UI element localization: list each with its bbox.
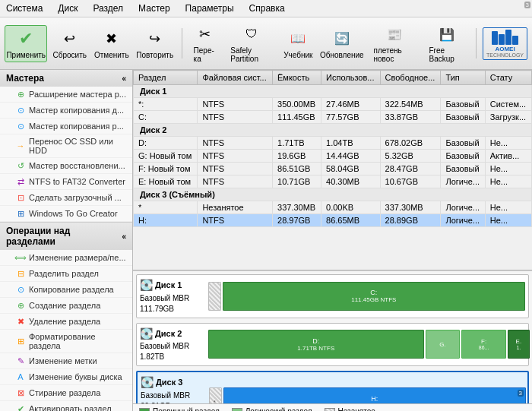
sidebar-item-wtg[interactable]: ⊞ Windows To Go Creator [0,206,132,222]
sidebar-item-converter[interactable]: ⇄ NTFS to FAT32 Converter [0,174,132,190]
sidebar-item-copy-part[interactable]: ⊙ Мастер копирования р... [0,119,132,134]
apply-label: Применить [6,51,46,59]
sidebar-item-create[interactable]: ⊕ Создание раздела [0,298,132,314]
legend-primary-label: Первичный раздел [153,407,220,411]
toolbar-sep-1 [182,28,182,58]
apply-button[interactable]: ✔ Применить [5,25,47,62]
disk3-bar: *. H: 28.97GB NTFS 3 [209,387,524,403]
news-button[interactable]: 📰 плетень новос [369,21,421,66]
copy-icon: ⊙ [15,284,26,295]
sidebar-item-letter[interactable]: A Изменение буквы диска [0,369,132,385]
table-row[interactable]: *Незанятое337.30MB0.00KB337.30MBЛогиче..… [134,201,532,214]
table-row[interactable]: G: Новый томNTFS19.6GB14.44GB5.32GBБазов… [134,150,532,163]
cancel-icon: ✖ [101,28,122,49]
operations-collapse-icon[interactable]: « [122,232,126,241]
sidebar-item-format[interactable]: ⊞ Форматирование раздела [0,330,132,353]
cancel-button[interactable]: ✖ Отменить [92,25,131,62]
table-row[interactable]: H:NTFS28.97GB86.65MB28.89GBЛогиче...Не..… [134,214,532,227]
disk3-seg-h[interactable]: H: 28.97GB NTFS 3 [223,387,526,403]
operations-header: Операции над разделами « [0,223,132,250]
masters-collapse-icon[interactable]: « [122,74,126,83]
disk2-info: 💽 Диск 2 Базовый MBR 1.82TB [140,327,208,363]
legend-unalloc-label: Незанятое [338,407,375,411]
disk1-row: 💽 Диск 1 Базовый MBR 111.79GB C: 111.45G… [136,274,529,318]
backup-button[interactable]: 💾 Free Backup [424,21,470,66]
extend-icon: ⊕ [15,89,26,100]
disk-visualizer: 💽 Диск 1 Базовый MBR 111.79GB C: 111.45G… [133,270,532,403]
sidebar-item-create-label: Создание раздела [29,301,100,310]
table-row[interactable]: E: Новый томNTFS10.71GB40.30MB10.67GBЛог… [134,175,532,188]
table-row[interactable]: D:NTFS1.71TB1.04TB678.02GBБазовыйНе... [134,137,532,150]
disk1-seg-c[interactable]: C: 111.45GB NTFS 3 [223,282,525,311]
update-button[interactable]: 🔄 Обновление [318,25,365,62]
disk2-seg-d[interactable]: D: 1.71TB NTFS [208,330,424,359]
sidebar-item-restore-label: Мастер восстановлени... [29,161,125,170]
col-partition: Раздел [134,71,198,85]
disk1-type: Базовый MBR [140,293,208,304]
wipe-icon: ⊠ [15,387,26,398]
legend-logical-box [232,408,242,412]
redo-button[interactable]: ↪ Повторить [135,25,176,62]
table-row[interactable]: C:NTFS111.45GB77.57GB33.87GBБазовыйЗагру… [134,111,532,124]
disk2-icon: 💽 [140,327,153,342]
table-row[interactable]: F: Новый томNTFS86.51GB58.04GB28.47GBБаз… [134,163,532,175]
disk-label-row: Диск 3 (Съёмный) [134,188,532,201]
sidebar-item-restore[interactable]: ↺ Мастер восстановлени... [0,158,132,174]
safely-icon: 🛡 [241,24,262,45]
partition-table: Раздел Файловая сист... Ёмкость Использо… [133,70,532,270]
converter-icon: ⇄ [15,176,26,187]
letter-icon: A [15,371,26,382]
sidebar-item-split[interactable]: ⊟ Разделить раздел [0,266,132,282]
col-free: Свободное... [380,71,441,85]
menu-spravka[interactable]: Справка [246,2,288,15]
disk1-seg-system[interactable] [208,282,221,311]
sidebar-item-resize[interactable]: ⟺ Изменение размера/пе... [0,250,132,266]
disk2-seg-e[interactable]: E. 1. [508,330,530,359]
col-capacity: Ёмкость [273,71,321,85]
disk2-type: Базовый MBR [140,341,208,352]
disk3-seg-unalloc[interactable]: *. [209,387,222,403]
sidebar-item-migrate[interactable]: → Перенос ОС SSD или HDD [0,134,132,158]
menu-sistema[interactable]: Система [3,2,46,15]
sidebar-item-label[interactable]: ✎ Изменение метки [0,353,132,369]
sidebar-item-copy[interactable]: ⊙ Копирование раздела [0,282,132,298]
safely-button[interactable]: 🛡 Safely Partition [225,21,277,66]
menu-parametry[interactable]: Параметры [182,2,237,15]
partition-data-table: Раздел Файловая сист... Ёмкость Использо… [133,70,532,227]
sidebar-item-activate-label: Активировать раздел [29,404,112,411]
sidebar-item-copy-part-label: Мастер копирования р... [29,122,124,131]
sidebar-item-delete[interactable]: ✖ Удаление раздела [0,314,132,330]
disk2-size: 1.82TB [140,352,208,362]
discard-button[interactable]: ↩ Сбросить [50,25,89,62]
logo-area: AOMEI TECHNOLOGY [483,27,527,60]
col-status: Стату [485,71,531,85]
disk2-seg-g[interactable]: G. [426,330,461,359]
perezka-button[interactable]: ✂ Пере-ка [188,21,223,66]
uchebnik-button[interactable]: 📖 Учебник [281,25,315,62]
menu-disk[interactable]: Диск [55,2,81,15]
col-used: Использов... [321,71,381,85]
disk3-icon: 💽 [141,375,154,390]
sidebar-item-wipe[interactable]: ⊠ Стирание раздела [0,385,132,401]
main-layout: Мастера « ⊕ Расширение мастера р... ⊙ Ма… [0,70,532,411]
create-icon: ⊕ [15,300,26,311]
disk3-info: 💽 Диск 3 Базовый MBR 29.31GB ➔ [141,375,209,403]
menu-master[interactable]: Мастер [135,2,173,15]
backup-label: Free Backup [429,46,465,63]
sidebar-item-copy-disk[interactable]: ⊙ Мастер копирования д... [0,103,132,119]
sidebar-item-bootable[interactable]: ⊡ Сделать загрузочный ... [0,190,132,206]
disk2-seg-f[interactable]: F: 86... [461,330,505,359]
apply-icon: ✔ [15,28,36,49]
sidebar-item-extend[interactable]: ⊕ Расширение мастера р... [0,87,132,103]
sidebar-item-activate[interactable]: ✔ Активировать раздел [0,401,132,411]
operations-section: Операции над разделами « ⟺ Изменение раз… [0,223,132,411]
copy-part-icon: ⊙ [15,121,26,131]
table-row[interactable]: *:NTFS350.00MB27.46MB322.54MBБазовыйСист… [134,98,532,111]
disk1-bar: C: 111.45GB NTFS 3 [208,282,525,311]
activate-icon: ✔ [15,403,26,411]
logo-sub: TECHNOLOGY [486,52,524,58]
news-icon: 📰 [384,24,405,45]
redo-icon: ↪ [144,28,166,49]
menu-razdel[interactable]: Раздел [90,2,126,15]
legend: Первичный раздел Логический раздел Незан… [133,403,532,411]
